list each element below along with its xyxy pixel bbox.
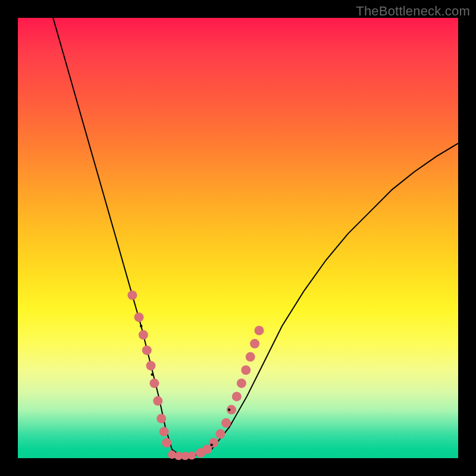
highlight-dot [255, 325, 264, 335]
highlight-dot [156, 414, 166, 423]
curve-marker-dot [228, 408, 230, 411]
curve-marker-dot [140, 325, 142, 327]
highlight-dot [215, 429, 225, 439]
highlight-dot [153, 396, 162, 406]
highlight-dots-group [127, 290, 264, 460]
highlight-dot [162, 438, 171, 447]
highlight-dot [139, 330, 148, 340]
highlight-dot [232, 392, 242, 401]
highlight-dot [149, 378, 159, 388]
plot-gradient-area [18, 18, 458, 458]
highlight-dot [146, 361, 156, 371]
highlight-dot [246, 352, 255, 362]
highlight-dot [221, 418, 231, 428]
bottleneck-curve [53, 18, 458, 456]
highlight-dot [237, 378, 246, 388]
highlight-dot [142, 346, 152, 355]
highlight-dot [187, 452, 196, 460]
highlight-dot [134, 312, 144, 322]
highlight-dot [209, 438, 218, 447]
highlight-dot [159, 427, 169, 437]
highlight-dot [250, 339, 259, 349]
highlight-dot [241, 365, 250, 375]
curve-marker-dot [151, 373, 154, 375]
highlight-dot [127, 290, 137, 300]
curve-svg [18, 18, 458, 458]
curve-marker-dot [210, 444, 212, 446]
watermark-text: TheBottleneck.com [356, 4, 470, 19]
chart-frame: TheBottleneck.com [0, 0, 476, 476]
